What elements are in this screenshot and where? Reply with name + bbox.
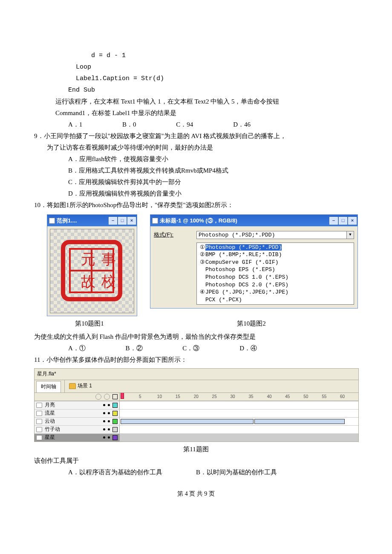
- file-tab[interactable]: 星月.fla*: [35, 369, 358, 380]
- q11-option-a: A．以程序语言为基础的创作工具: [68, 467, 196, 478]
- tick: 50: [303, 393, 322, 401]
- scene-icon: [69, 383, 76, 389]
- q11-line: 该创作工具属于: [34, 455, 358, 467]
- figure-caption-1: 第10题图1: [34, 318, 145, 329]
- tick: 5: [139, 393, 157, 401]
- maximize-button[interactable]: □: [339, 217, 347, 225]
- tick: 40: [267, 393, 285, 401]
- tick: 15: [176, 393, 194, 401]
- minimize-button[interactable]: –: [109, 217, 117, 225]
- app-icon: [152, 218, 158, 224]
- tick: 30: [231, 393, 249, 401]
- q8-desc-2: Command1，在标签 Label1 中显示的结果是: [55, 107, 358, 119]
- titlebar: 未标题-1 @ 100% (③，RGB/8) – □ ×: [150, 215, 357, 226]
- layer-row[interactable]: 星星: [35, 433, 358, 441]
- list-item[interactable]: Photoshop DCS 1.0 (*.EPS): [205, 274, 288, 280]
- layer-name: 星星: [45, 433, 101, 442]
- dot-icon: [103, 428, 105, 430]
- color-swatch: [112, 427, 118, 432]
- q10-option-b: B．②: [126, 343, 143, 354]
- format-combo-input[interactable]: [196, 231, 347, 239]
- track[interactable]: [120, 418, 358, 425]
- timeline-ruler[interactable]: 1 5 10 15 20 25 30 35 40 45 50 55 60: [120, 393, 358, 401]
- track[interactable]: [120, 434, 358, 441]
- format-combo[interactable]: ▼: [196, 231, 354, 239]
- dot-icon: [103, 412, 105, 414]
- lock-icon[interactable]: [104, 394, 110, 400]
- q10-option-d: D．④: [239, 343, 257, 354]
- q11-options: A．以程序语言为基础的创作工具 B．以时间为基础的创作工具: [68, 467, 358, 478]
- q9-stem-2: 为了让访客在看视频时减少等待缓冲的时间，最好的办法是: [47, 142, 358, 153]
- q8-option-b: B．0: [122, 119, 136, 130]
- photoshop-window-2: 未标题-1 @ 100% (③，RGB/8) – □ × 格式(F): ▼ ①P…: [150, 214, 358, 309]
- list-item[interactable]: CompuServe GIF (*.GIF): [205, 259, 279, 265]
- q9-option-c: C．应用视频编辑软件剪掉其中的一部分: [68, 176, 358, 188]
- playhead-icon[interactable]: 1: [121, 393, 139, 401]
- q11-stem: 11．小华创作某多媒体作品时的部分界面如下图所示：: [34, 354, 358, 366]
- q10-options: A．① B．② C．③ D．④: [68, 343, 358, 354]
- app-icon: [49, 218, 55, 224]
- outline-icon[interactable]: [112, 394, 118, 399]
- canvas-transparent: 元 事 故 校: [50, 229, 134, 313]
- format-listbox[interactable]: ①Photoshop (*.PSD;*.PDD) ②BMP (*.BMP;*.R…: [196, 242, 354, 305]
- tick: 10: [157, 393, 176, 401]
- tick: 55: [322, 393, 340, 401]
- tick: 20: [194, 393, 212, 401]
- list-item[interactable]: Photoshop DCS 2.0 (*.EPS): [205, 282, 288, 288]
- color-swatch: [112, 435, 118, 440]
- dot-icon: [108, 428, 110, 430]
- dot-icon: [108, 436, 110, 439]
- close-button[interactable]: ×: [348, 217, 357, 225]
- eye-icon[interactable]: [95, 394, 101, 400]
- tick: 35: [248, 393, 267, 401]
- list-item[interactable]: JPEG (*.JPG;*.JPEG;*.JPE): [205, 289, 288, 295]
- q9-option-a: A．应用flash软件，使视频容量变小: [68, 153, 358, 165]
- layer-icon: [36, 403, 42, 408]
- code-line: End Sub: [68, 87, 95, 94]
- dot-icon: [103, 420, 105, 422]
- q10-option-a: A．①: [68, 343, 86, 354]
- q9-stem-1: 9．小王同学拍摄了一段以"校园故事之寝室篇"为主题的 AVI 格式视频放到自己的…: [34, 130, 358, 142]
- layer-row[interactable]: 月亮: [35, 401, 358, 409]
- color-swatch: [112, 419, 118, 424]
- window-title: 范例1....: [57, 216, 77, 225]
- titlebar: 范例1.... – □ ×: [47, 215, 137, 226]
- tick: 25: [212, 393, 231, 401]
- scene-button[interactable]: 场景 1: [66, 380, 95, 392]
- layer-icon: [36, 435, 42, 440]
- mark-3: ③: [199, 259, 205, 266]
- q8-desc-1: 运行该程序，在文本框 Text1 中输入 1，在文本框 Text2 中输入 5，…: [55, 96, 358, 107]
- window-title: 未标题-1 @ 100% (③，RGB/8): [160, 216, 237, 225]
- layer-row[interactable]: 云动: [35, 417, 358, 425]
- figure-caption-11: 第11题图: [34, 444, 358, 455]
- q8-option-c: C．94: [176, 119, 193, 130]
- track[interactable]: [120, 401, 358, 409]
- mark-4: ④: [199, 289, 205, 296]
- track[interactable]: [120, 410, 358, 417]
- q10-line: 为使生成的文件插入到 Flash 作品中时背景色为透明，最恰当的文件保存类型是: [34, 331, 358, 343]
- q11-option-b: B．以时间为基础的创作工具: [196, 467, 277, 478]
- list-item[interactable]: PCX (*.PCX): [205, 297, 242, 303]
- list-item[interactable]: Photoshop (*.PSD;*.PDD): [205, 244, 282, 251]
- timeline-tab[interactable]: 时间轴: [36, 381, 61, 392]
- svg-text:事: 事: [101, 251, 116, 267]
- dot-icon: [108, 420, 110, 422]
- list-item[interactable]: BMP (*.BMP;*.RLE;*.DIB): [205, 251, 282, 258]
- layer-icon: [36, 411, 42, 416]
- layer-row[interactable]: 流星: [35, 409, 358, 417]
- code-line: Loop: [68, 63, 91, 71]
- minimize-button[interactable]: –: [329, 217, 338, 225]
- chevron-down-icon[interactable]: ▼: [347, 231, 354, 239]
- code-block: d = d - 1 Loop Label1.Caption = Str(d) E…: [68, 38, 358, 96]
- mark-1: ①: [199, 244, 205, 251]
- q8-option-d: D．46: [233, 119, 251, 130]
- track[interactable]: [120, 426, 358, 433]
- layer-row[interactable]: 竹子动: [35, 425, 358, 433]
- dot-icon: [103, 436, 105, 439]
- maximize-button[interactable]: □: [118, 217, 127, 225]
- dot-icon: [103, 404, 105, 406]
- close-button[interactable]: ×: [127, 217, 136, 225]
- color-swatch: [112, 411, 118, 416]
- q10-option-c: C．③: [182, 343, 199, 354]
- list-item[interactable]: Photoshop EPS (*.EPS): [205, 266, 275, 273]
